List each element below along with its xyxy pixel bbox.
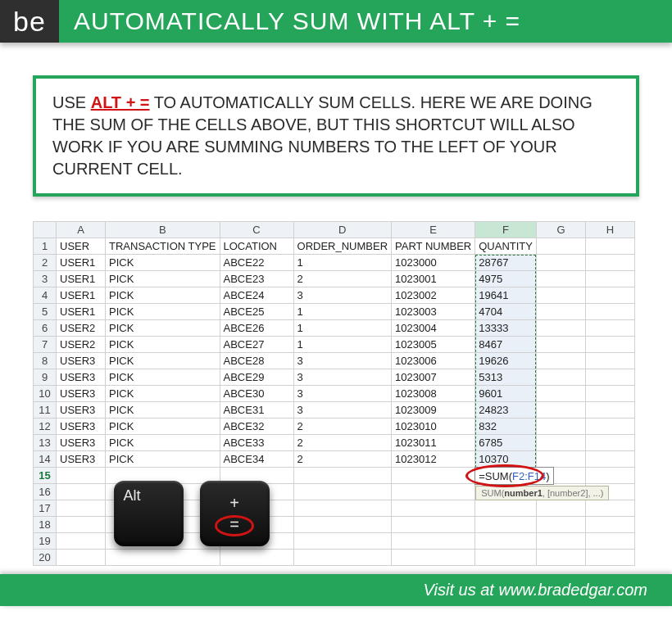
cell-F3[interactable]: 4975 <box>475 271 537 287</box>
cell-E7[interactable]: 1023005 <box>392 337 475 353</box>
row-header-2[interactable]: 2 <box>34 255 57 271</box>
cell-A4[interactable]: USER1 <box>57 287 106 304</box>
cell-B20[interactable] <box>106 550 220 566</box>
cell-E2[interactable]: 1023000 <box>392 255 475 271</box>
col-header-E[interactable]: E <box>392 222 475 238</box>
cell-H13[interactable] <box>585 435 634 451</box>
row-header-11[interactable]: 11 <box>34 402 57 419</box>
cell-H18[interactable] <box>585 517 634 533</box>
cell-E1[interactable]: PART NUMBER <box>392 238 475 255</box>
row-header-16[interactable]: 16 <box>34 484 57 500</box>
cell-H2[interactable] <box>585 255 634 271</box>
cell-G10[interactable] <box>536 386 585 402</box>
cell-D17[interactable] <box>293 500 392 517</box>
cell-F19[interactable] <box>475 533 537 550</box>
cell-E16[interactable] <box>392 484 475 500</box>
row-header-7[interactable]: 7 <box>34 337 57 353</box>
col-header-F[interactable]: F <box>475 222 537 238</box>
cell-C10[interactable]: ABCE30 <box>220 386 293 402</box>
cell-G3[interactable] <box>536 271 585 287</box>
row-header-17[interactable]: 17 <box>34 500 57 517</box>
cell-B13[interactable]: PICK <box>106 435 220 451</box>
cell-F1[interactable]: QUANTITY <box>475 238 537 255</box>
cell-H7[interactable] <box>585 337 634 353</box>
row-header-13[interactable]: 13 <box>34 435 57 451</box>
cell-C6[interactable]: ABCE26 <box>220 320 293 337</box>
cell-C8[interactable]: ABCE28 <box>220 353 293 369</box>
cell-E15[interactable] <box>392 468 475 484</box>
cell-H5[interactable] <box>585 304 634 320</box>
cell-C13[interactable]: ABCE33 <box>220 435 293 451</box>
cell-D4[interactable]: 3 <box>293 287 392 304</box>
cell-H11[interactable] <box>585 402 634 419</box>
cell-B14[interactable]: PICK <box>106 451 220 468</box>
cell-F11[interactable]: 24823 <box>475 402 537 419</box>
row-header-1[interactable]: 1 <box>34 238 57 255</box>
cell-G13[interactable] <box>536 435 585 451</box>
cell-B7[interactable]: PICK <box>106 337 220 353</box>
cell-D20[interactable] <box>293 550 392 566</box>
cell-C5[interactable]: ABCE25 <box>220 304 293 320</box>
cell-D8[interactable]: 3 <box>293 353 392 369</box>
cell-E20[interactable] <box>392 550 475 566</box>
cell-F6[interactable]: 13333 <box>475 320 537 337</box>
cell-C9[interactable]: ABCE29 <box>220 369 293 386</box>
row-header-5[interactable]: 5 <box>34 304 57 320</box>
cell-E11[interactable]: 1023009 <box>392 402 475 419</box>
cell-F20[interactable] <box>475 550 537 566</box>
row-header-3[interactable]: 3 <box>34 271 57 287</box>
cell-H12[interactable] <box>585 419 634 435</box>
cell-A8[interactable]: USER3 <box>57 353 106 369</box>
cell-F17[interactable] <box>475 500 537 517</box>
cell-D14[interactable]: 2 <box>293 451 392 468</box>
cell-F5[interactable]: 4704 <box>475 304 537 320</box>
cell-D12[interactable]: 2 <box>293 419 392 435</box>
cell-D2[interactable]: 1 <box>293 255 392 271</box>
cell-F7[interactable]: 8467 <box>475 337 537 353</box>
cell-F13[interactable]: 6785 <box>475 435 537 451</box>
cell-F12[interactable]: 832 <box>475 419 537 435</box>
cell-A17[interactable] <box>57 500 106 517</box>
select-all-cell[interactable] <box>34 222 57 238</box>
cell-E9[interactable]: 1023007 <box>392 369 475 386</box>
cell-A10[interactable]: USER3 <box>57 386 106 402</box>
cell-A3[interactable]: USER1 <box>57 271 106 287</box>
col-header-G[interactable]: G <box>536 222 585 238</box>
cell-G7[interactable] <box>536 337 585 353</box>
cell-G9[interactable] <box>536 369 585 386</box>
col-header-D[interactable]: D <box>293 222 392 238</box>
row-header-9[interactable]: 9 <box>34 369 57 386</box>
cell-B4[interactable]: PICK <box>106 287 220 304</box>
cell-B8[interactable]: PICK <box>106 353 220 369</box>
row-header-10[interactable]: 10 <box>34 386 57 402</box>
cell-B2[interactable]: PICK <box>106 255 220 271</box>
cell-B3[interactable]: PICK <box>106 271 220 287</box>
cell-C1[interactable]: LOCATION <box>220 238 293 255</box>
cell-B1[interactable]: TRANSACTION TYPE <box>106 238 220 255</box>
cell-F8[interactable]: 19626 <box>475 353 537 369</box>
cell-E19[interactable] <box>392 533 475 550</box>
cell-E4[interactable]: 1023002 <box>392 287 475 304</box>
row-header-14[interactable]: 14 <box>34 451 57 468</box>
col-header-H[interactable]: H <box>585 222 634 238</box>
cell-C3[interactable]: ABCE23 <box>220 271 293 287</box>
cell-H4[interactable] <box>585 287 634 304</box>
cell-H19[interactable] <box>585 533 634 550</box>
cell-G5[interactable] <box>536 304 585 320</box>
cell-B11[interactable]: PICK <box>106 402 220 419</box>
cell-D10[interactable]: 3 <box>293 386 392 402</box>
cell-F4[interactable]: 19641 <box>475 287 537 304</box>
cell-F2[interactable]: 28767 <box>475 255 537 271</box>
cell-G12[interactable] <box>536 419 585 435</box>
cell-A19[interactable] <box>57 533 106 550</box>
cell-E10[interactable]: 1023008 <box>392 386 475 402</box>
cell-B6[interactable]: PICK <box>106 320 220 337</box>
cell-H8[interactable] <box>585 353 634 369</box>
row-header-4[interactable]: 4 <box>34 287 57 304</box>
formula-input[interactable]: =SUM(F2:F14) <box>474 467 553 485</box>
cell-G19[interactable] <box>536 533 585 550</box>
cell-C7[interactable]: ABCE27 <box>220 337 293 353</box>
cell-D16[interactable] <box>293 484 392 500</box>
cell-G4[interactable] <box>536 287 585 304</box>
row-header-15[interactable]: 15 <box>34 468 57 484</box>
